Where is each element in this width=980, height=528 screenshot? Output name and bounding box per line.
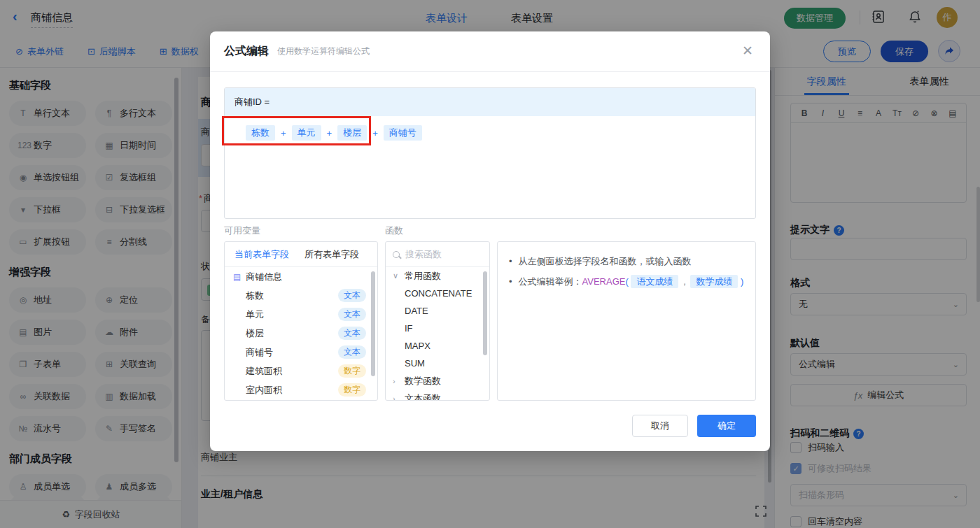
form-doc-icon: ▤ xyxy=(233,272,241,282)
function-item-DATE[interactable]: DATE xyxy=(386,302,489,320)
example-arg-chip: 数学成绩 xyxy=(690,275,738,288)
plus-operator: + xyxy=(281,128,286,138)
field-type-badge: 文本 xyxy=(338,308,366,321)
formula-chip-商铺号[interactable]: 商铺号 xyxy=(384,125,422,141)
variables-panel: 当前表单字段 所有表单字段 ▤ 商铺信息 栋数文本单元文本楼层文本商铺号文本建筑… xyxy=(224,241,378,401)
tip-line-2: • 公式编辑举例：AVERAGE( 语文成绩，数学成绩 ) xyxy=(509,272,744,292)
example-arg-chip: 语文成绩 xyxy=(631,275,678,288)
field-type-badge: 文本 xyxy=(338,327,366,340)
comma: ， xyxy=(680,276,689,287)
formula-edit-modal: 公式编辑 使用数学运算符编辑公式 ✕ 商铺ID = 栋数+单元+楼层+商铺号 可… xyxy=(210,31,770,451)
function-group-label: 常用函数 xyxy=(405,270,441,283)
function-tree: ∨常用函数CONCATENATEDATEIFMAPXSUM›数学函数›文本函数 xyxy=(386,267,489,401)
formula-chip-楼层[interactable]: 楼层 xyxy=(337,125,367,141)
functions-scrollbar[interactable] xyxy=(483,271,487,355)
example-function-name: AVERAGE xyxy=(582,276,626,287)
tip-text-2: 公式编辑举例：AVERAGE( 语文成绩，数学成绩 ) xyxy=(519,272,744,292)
plus-operator: + xyxy=(372,128,378,138)
variable-field-name: 单元 xyxy=(246,308,264,321)
modal-subtitle: 使用数学运算符编辑公式 xyxy=(277,45,370,57)
formula-chip-单元[interactable]: 单元 xyxy=(292,125,321,141)
function-item-IF[interactable]: IF xyxy=(386,320,489,337)
field-type-badge: 文本 xyxy=(338,289,366,302)
open-paren: ( xyxy=(625,276,628,287)
function-group-数学函数[interactable]: ›数学函数 xyxy=(386,372,489,390)
form-node[interactable]: ▤ 商铺信息 xyxy=(225,267,377,286)
variable-field-单元[interactable]: 单元文本 xyxy=(225,305,377,324)
function-group-常用函数[interactable]: ∨常用函数 xyxy=(386,267,489,285)
function-item-CONCATENATE[interactable]: CONCATENATE xyxy=(386,285,489,302)
variable-field-栋数[interactable]: 栋数文本 xyxy=(225,286,377,305)
variable-field-name: 栋数 xyxy=(246,290,264,302)
variables-scrollbar[interactable] xyxy=(371,271,375,376)
search-placeholder: 搜索函数 xyxy=(405,248,442,261)
field-type-badge: 数字 xyxy=(338,383,366,397)
tab-all-form-fields[interactable]: 所有表单字段 xyxy=(304,248,359,261)
chevron-right-icon: › xyxy=(393,394,400,401)
close-paren: ) xyxy=(741,276,743,287)
functions-caption: 函数 xyxy=(385,224,403,237)
tab-current-form-fields[interactable]: 当前表单字段 xyxy=(234,248,289,261)
functions-panel: 搜索函数 ∨常用函数CONCATENATEDATEIFMAPXSUM›数学函数›… xyxy=(385,241,490,401)
variables-caption: 可用变量 xyxy=(224,224,260,237)
field-type-badge: 数字 xyxy=(338,364,366,378)
modal-title: 公式编辑 xyxy=(224,44,269,59)
formula-chip-栋数[interactable]: 栋数 xyxy=(246,125,275,141)
variable-field-list: 栋数文本单元文本楼层文本商铺号文本建筑面积数字室内面积数字 xyxy=(225,286,377,399)
variables-tabs: 当前表单字段 所有表单字段 xyxy=(225,242,377,267)
function-group-label: 数学函数 xyxy=(405,375,441,387)
plus-operator: + xyxy=(327,128,332,138)
function-group-文本函数[interactable]: ›文本函数 xyxy=(386,390,489,401)
close-icon[interactable]: ✕ xyxy=(742,44,753,57)
variable-field-建筑面积[interactable]: 建筑面积数字 xyxy=(225,362,377,380)
bullet-icon: • xyxy=(509,272,512,292)
formula-expression: 栋数+单元+楼层+商铺号 xyxy=(225,116,755,141)
tips-panel: • 从左侧面板选择字段名和函数，或输入函数 • 公式编辑举例：AVERAGE( … xyxy=(497,241,756,401)
tip-line-1: • 从左侧面板选择字段名和函数，或输入函数 xyxy=(509,252,744,272)
function-item-SUM[interactable]: SUM xyxy=(386,355,489,372)
formula-target: 商铺ID = xyxy=(225,88,755,116)
tip-text-1: 从左侧面板选择字段名和函数，或输入函数 xyxy=(519,252,692,272)
search-icon xyxy=(393,251,400,258)
field-type-badge: 文本 xyxy=(338,345,366,359)
example-prefix: 公式编辑举例： xyxy=(519,276,582,287)
function-search[interactable]: 搜索函数 xyxy=(386,242,489,267)
variable-field-name: 室内面积 xyxy=(246,384,282,397)
cancel-button[interactable]: 取消 xyxy=(632,415,688,437)
modal-header: 公式编辑 使用数学运算符编辑公式 ✕ xyxy=(210,31,770,72)
confirm-button[interactable]: 确定 xyxy=(697,415,756,437)
function-group-label: 文本函数 xyxy=(405,392,441,401)
variable-field-商铺号[interactable]: 商铺号文本 xyxy=(225,343,377,362)
chevron-right-icon: › xyxy=(393,377,400,385)
function-item-MAPX[interactable]: MAPX xyxy=(386,337,489,355)
variable-field-name: 商铺号 xyxy=(246,346,273,359)
variable-field-室内面积[interactable]: 室内面积数字 xyxy=(225,380,377,399)
chevron-down-icon: ∨ xyxy=(393,271,400,280)
bullet-icon: • xyxy=(509,252,512,272)
variable-field-name: 建筑面积 xyxy=(246,365,282,378)
variable-field-楼层[interactable]: 楼层文本 xyxy=(225,324,377,343)
variable-field-name: 楼层 xyxy=(246,327,264,340)
form-node-label: 商铺信息 xyxy=(246,271,282,283)
formula-editor[interactable]: 商铺ID = 栋数+单元+楼层+商铺号 xyxy=(224,87,756,219)
